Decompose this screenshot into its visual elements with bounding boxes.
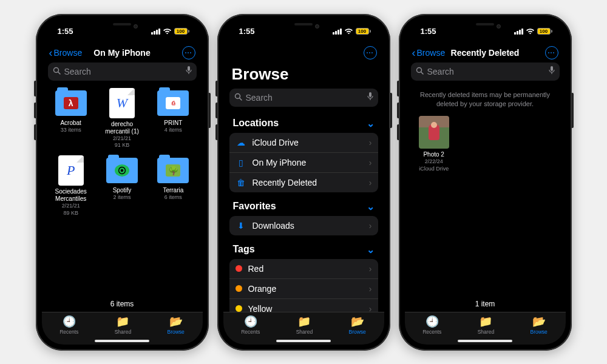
folder-print[interactable]: ⎙ PRINT 4 items: [150, 88, 196, 149]
file-grid: Photo 2 2/22/24 iCloud Drive: [411, 116, 560, 172]
tab-browse[interactable]: 📂Browse: [530, 315, 547, 335]
chevron-right-icon: ›: [369, 284, 372, 294]
search-field[interactable]: [48, 62, 197, 81]
row-tag-orange[interactable]: Orange ›: [229, 279, 378, 299]
clock-icon: 🕘: [63, 315, 76, 328]
back-label: Browse: [54, 48, 83, 58]
phone-3: 1:55 100 ‹ Browse Recently Deleted ⋯ Rec…: [399, 14, 572, 351]
page-title: Recently Deleted: [451, 48, 520, 58]
back-button[interactable]: ‹ Browse: [49, 47, 83, 58]
mic-icon[interactable]: [367, 92, 373, 103]
item-count: 6 items: [42, 296, 203, 312]
search-icon: [416, 67, 424, 76]
row-tag-yellow[interactable]: Yellow ›: [229, 299, 378, 312]
tab-browse[interactable]: 📂Browse: [348, 315, 365, 335]
folder-icon: 📂: [351, 315, 364, 328]
folder-terraria[interactable]: 🌳 Terraria 6 items: [150, 155, 196, 217]
chevron-right-icon: ›: [369, 304, 372, 312]
wifi-icon: [344, 27, 353, 36]
nav-bar: ‹ Browse On My iPhone ⋯: [42, 43, 203, 62]
row-downloads[interactable]: ⬇ Downloads ›: [229, 216, 378, 235]
back-label: Browse: [417, 48, 446, 58]
svg-rect-10: [551, 66, 553, 71]
tab-shared[interactable]: 📁Shared: [115, 315, 131, 335]
image-thumbnail-icon: [419, 116, 449, 149]
mic-icon[interactable]: [549, 66, 555, 76]
cellular-icon: [151, 29, 160, 35]
search-field[interactable]: [229, 89, 378, 107]
info-text: Recently deleted items may be permanentl…: [405, 86, 566, 114]
battery-icon: 100: [537, 28, 552, 35]
folder-icon: 📂: [169, 315, 183, 328]
file-sociedades[interactable]: P Sociedades Mercantiles 2/21/21 89 KB: [48, 155, 94, 217]
section-favorites[interactable]: Favorites ⌄: [229, 197, 378, 216]
locations-list: ☁ iCloud Drive › ▯ On My iPhone › 🗑 Rece…: [229, 133, 378, 192]
tab-shared[interactable]: 📁Shared: [296, 315, 313, 335]
row-on-my-iphone[interactable]: ▯ On My iPhone ›: [229, 153, 378, 173]
ellipsis-icon: ⋯: [548, 49, 555, 57]
phone-1: 1:55 100 ‹ Browse On My iPhone ⋯: [36, 14, 209, 351]
chevron-right-icon: ›: [369, 158, 372, 167]
section-tags[interactable]: Tags ⌄: [229, 240, 378, 259]
back-button[interactable]: ‹ Browse: [412, 47, 446, 58]
page-title: Browse: [223, 62, 384, 89]
page-title: On My iPhone: [93, 48, 150, 58]
search-icon: [234, 93, 242, 103]
section-locations[interactable]: Locations ⌄: [229, 114, 378, 133]
svg-line-9: [421, 72, 423, 74]
search-icon: [53, 67, 61, 76]
cellular-icon: [333, 29, 342, 35]
more-button[interactable]: ⋯: [364, 46, 377, 59]
search-field[interactable]: [411, 62, 560, 81]
wifi-icon: [526, 27, 535, 36]
shared-folder-icon: 📁: [479, 315, 492, 328]
notch: [457, 20, 513, 33]
chevron-right-icon: ›: [369, 138, 372, 147]
file-photo-2[interactable]: Photo 2 2/22/24 iCloud Drive: [411, 116, 457, 172]
file-derecho[interactable]: W derecho mercantil (1) 2/21/21 91 KB: [99, 88, 145, 149]
iphone-icon: ▯: [236, 158, 246, 167]
file-grid: λ Acrobat 33 items W derecho mercantil (…: [48, 88, 197, 217]
row-tag-red[interactable]: Red ›: [229, 259, 378, 279]
trash-icon: 🗑: [236, 178, 246, 187]
ellipsis-icon: ⋯: [366, 49, 374, 57]
cloud-icon: ☁: [236, 138, 246, 147]
folder-acrobat[interactable]: λ Acrobat 33 items: [48, 88, 94, 149]
phone-2: 1:55 100 ⋯ Browse Locations ⌄: [217, 14, 390, 351]
folder-spotify[interactable]: ⦿ Spotify 2 items: [99, 155, 145, 217]
tags-list: Red › Orange › Yellow › Green ›: [229, 259, 378, 312]
notch: [276, 20, 331, 33]
more-button[interactable]: ⋯: [545, 46, 558, 59]
clock-icon: 🕘: [426, 315, 439, 328]
home-indicator[interactable]: [276, 340, 331, 342]
nav-bar: ‹ Browse Recently Deleted ⋯: [405, 43, 566, 62]
search-input[interactable]: [64, 67, 182, 76]
tab-shared[interactable]: 📁Shared: [478, 315, 494, 335]
mic-icon[interactable]: [186, 66, 192, 76]
tab-recents[interactable]: 🕘Recents: [59, 315, 78, 335]
tab-recents[interactable]: 🕘Recents: [422, 315, 441, 335]
chevron-right-icon: ›: [369, 221, 372, 231]
chevron-down-icon: ⌄: [367, 201, 375, 212]
home-indicator[interactable]: [95, 340, 149, 342]
tag-dot-icon: [236, 285, 242, 292]
row-icloud-drive[interactable]: ☁ iCloud Drive ›: [229, 133, 378, 153]
row-recently-deleted[interactable]: 🗑 Recently Deleted ›: [229, 173, 378, 192]
tag-dot-icon: [236, 305, 242, 312]
home-indicator[interactable]: [458, 340, 512, 342]
tab-browse[interactable]: 📂Browse: [167, 315, 184, 335]
word-doc-icon: P: [58, 155, 84, 186]
tab-recents[interactable]: 🕘Recents: [241, 315, 260, 335]
chevron-down-icon: ⌄: [367, 118, 375, 129]
word-doc-icon: W: [109, 88, 135, 118]
cellular-icon: [514, 29, 523, 35]
battery-icon: 100: [174, 28, 189, 35]
search-input[interactable]: [427, 67, 545, 76]
chevron-left-icon: ‹: [49, 47, 53, 58]
more-button[interactable]: ⋯: [182, 46, 195, 59]
folder-icon: ⦿: [106, 158, 138, 183]
search-input[interactable]: [246, 93, 364, 103]
ellipsis-icon: ⋯: [185, 49, 192, 57]
chevron-right-icon: ›: [369, 178, 372, 187]
svg-rect-6: [369, 92, 371, 97]
